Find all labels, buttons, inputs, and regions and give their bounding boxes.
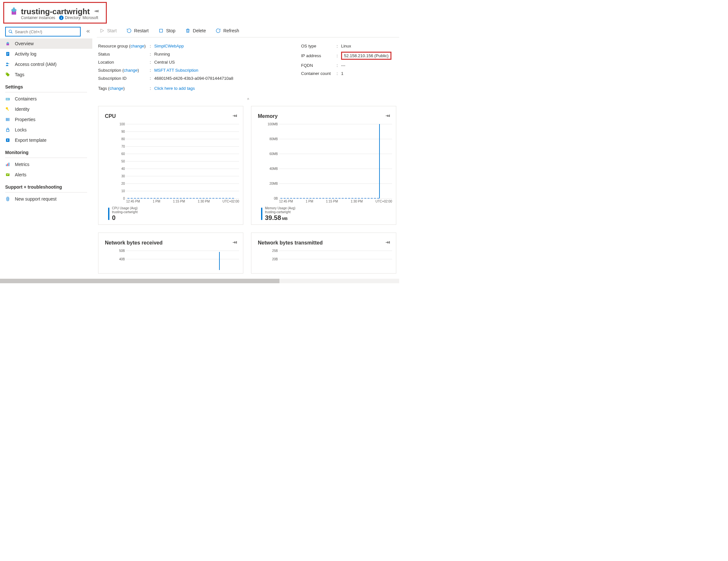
- charts-grid: CPU100908070605040302010012:45 PM1 PM1:1…: [97, 102, 399, 277]
- svg-rect-24: [9, 163, 9, 166]
- y-tick-label: 20B: [272, 257, 278, 261]
- data-line: [280, 198, 379, 199]
- ip-address-label: IP address: [301, 53, 337, 58]
- chart-title: CPU: [105, 113, 116, 119]
- pin-button[interactable]: [92, 7, 101, 16]
- tags-value[interactable]: Click here to add tags: [154, 86, 195, 91]
- svg-rect-18: [7, 118, 8, 121]
- nav-label: Overview: [15, 41, 34, 46]
- nav-item-metrics[interactable]: Metrics: [0, 159, 92, 169]
- y-tick-label: 30: [121, 174, 125, 178]
- stop-button[interactable]: Stop: [157, 27, 177, 35]
- change-subscription-link[interactable]: change: [124, 68, 138, 73]
- chart-card-network-bytes-transmitted: Network bytes transmitted25B20B: [251, 232, 396, 273]
- section-header: Settings: [0, 80, 92, 91]
- svg-line-2: [11, 32, 13, 34]
- resource-group-value[interactable]: SimplCWebApp: [154, 44, 184, 48]
- chart-plot-area[interactable]: 100MB80MB60MB40MB20MB0B: [268, 124, 392, 198]
- content-pane: Start Restart Stop Delete Refresh: [94, 25, 399, 277]
- data-spike: [219, 252, 220, 270]
- essentials-panel: Resource group (change) : SimplCWebApp S…: [97, 41, 399, 96]
- ip-address-highlight: 52.158.210.156 (Public): [341, 52, 391, 60]
- nav-label: New support request: [15, 196, 56, 201]
- svg-rect-13: [7, 98, 8, 100]
- x-tick-label: 1 PM: [306, 199, 313, 203]
- start-label: Start: [107, 28, 117, 33]
- svg-rect-14: [8, 98, 8, 100]
- y-tick-label: 20MB: [269, 182, 278, 185]
- start-button[interactable]: Start: [98, 27, 118, 35]
- x-tick-label: 1:15 PM: [173, 199, 185, 203]
- x-axis: 12:45 PM1 PM1:15 PM1:30 PMUTC+02:00: [126, 198, 239, 203]
- legend-sub: trusting-cartwright: [265, 210, 295, 214]
- stop-label: Stop: [166, 28, 176, 33]
- legend-name: CPU Usage (Avg): [112, 206, 137, 210]
- y-tick-label: 40B: [119, 257, 125, 261]
- fqdn-value: ---: [341, 63, 345, 68]
- chart-plot-area[interactable]: 50B40B: [115, 250, 239, 270]
- y-tick-label: 100MB: [268, 122, 278, 126]
- change-resource-group-link[interactable]: change: [130, 44, 144, 48]
- y-tick-label: 100: [119, 122, 125, 126]
- delete-button[interactable]: Delete: [184, 27, 207, 35]
- y-tick-label: 50: [121, 159, 125, 163]
- search-icon: [8, 29, 13, 34]
- pin-chart-button[interactable]: [231, 111, 239, 121]
- lock-icon: [5, 127, 10, 132]
- sidebar: OverviewActivity logAccess control (IAM)…: [0, 25, 94, 277]
- y-tick-label: 90: [121, 130, 125, 133]
- os-type-label: OS type: [301, 44, 337, 48]
- svg-point-10: [6, 73, 7, 74]
- section-header: Monitoring: [0, 145, 92, 156]
- svg-point-15: [6, 107, 8, 109]
- horizontal-scrollbar[interactable]: [0, 279, 399, 283]
- svg-rect-12: [6, 98, 7, 100]
- nav-item-identity[interactable]: Identity: [0, 104, 92, 114]
- nav-label: Properties: [15, 117, 35, 122]
- refresh-label: Refresh: [223, 28, 239, 33]
- stop-icon: [158, 28, 164, 33]
- svg-rect-22: [6, 164, 7, 166]
- directory-label: Directory: Microsoft: [65, 15, 98, 20]
- pin-chart-button[interactable]: [384, 111, 392, 121]
- y-tick-label: 50B: [119, 249, 125, 252]
- resource-title: trusting-cartwright: [21, 7, 90, 16]
- svg-point-26: [7, 198, 8, 199]
- nav-item-alerts[interactable]: Alerts: [0, 169, 92, 180]
- search-input[interactable]: [15, 29, 77, 34]
- tags-label: Tags: [98, 86, 107, 91]
- restart-button[interactable]: Restart: [125, 27, 150, 35]
- pin-chart-button[interactable]: [384, 238, 392, 247]
- chart-plot-area[interactable]: 1009080706050403020100: [115, 124, 239, 198]
- nav-item-activity-log[interactable]: Activity log: [0, 49, 92, 59]
- nav-item-export-template[interactable]: Export template: [0, 135, 92, 145]
- nav-item-locks[interactable]: Locks: [0, 125, 92, 135]
- x-tick-label: 1:30 PM: [198, 199, 210, 203]
- nav-item-properties[interactable]: Properties: [0, 114, 92, 125]
- refresh-button[interactable]: Refresh: [214, 27, 240, 35]
- collapse-essentials-button[interactable]: [97, 96, 399, 102]
- svg-point-1: [9, 30, 12, 33]
- change-tags-link[interactable]: change: [109, 86, 123, 91]
- nav-item-overview[interactable]: Overview: [0, 38, 92, 49]
- pin-chart-button[interactable]: [231, 238, 239, 247]
- subscription-value[interactable]: MSFT ATT Subscription: [154, 68, 198, 73]
- trash-icon: [185, 28, 190, 33]
- nav-item-new-support-request[interactable]: New support request: [0, 194, 92, 204]
- restart-label: Restart: [134, 28, 149, 33]
- nav-item-access-control-iam-[interactable]: Access control (IAM): [0, 59, 92, 69]
- nav-item-containers[interactable]: Containers: [0, 94, 92, 104]
- container-instance-icon: [9, 7, 18, 16]
- metrics-icon: [5, 162, 10, 167]
- nav-label: Export template: [15, 138, 46, 143]
- svg-rect-6: [7, 54, 8, 54]
- container-icon: [5, 41, 10, 46]
- nav-item-tags[interactable]: Tags: [0, 69, 92, 80]
- svg-rect-19: [9, 118, 9, 121]
- svg-point-8: [6, 63, 8, 64]
- chart-plot-area[interactable]: 25B20B: [268, 250, 392, 270]
- page-header: trusting-cartwright Container instances …: [3, 2, 107, 24]
- sidebar-search[interactable]: [5, 27, 81, 36]
- collapse-sidebar-button[interactable]: [84, 27, 92, 36]
- y-tick-label: 40MB: [269, 167, 278, 170]
